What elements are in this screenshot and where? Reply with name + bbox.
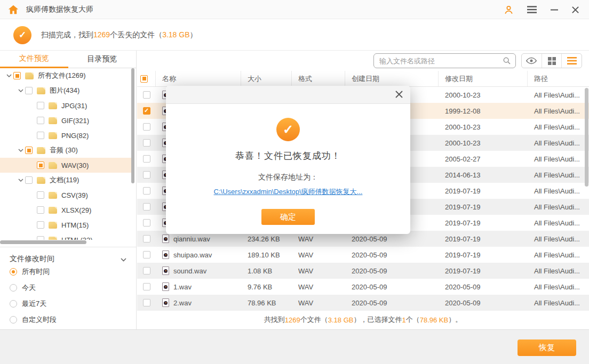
time-filter-option[interactable]: 最近7天 [10,296,126,312]
time-filter-option[interactable]: 所有时间 [10,264,126,280]
tree-item[interactable]: WAV(30) [0,158,131,173]
header-modified[interactable]: 修改日期 [439,71,528,86]
tree-item[interactable]: 所有文件(1269) [0,68,131,83]
time-filter-option[interactable]: 今天 [10,280,126,296]
row-checkbox[interactable] [143,251,150,258]
dialog-ok-button[interactable]: 确定 [261,209,315,225]
tree-item[interactable]: GIF(321) [0,113,131,128]
dialog-header [166,86,410,104]
row-checkbox[interactable] [143,235,150,242]
radio-button[interactable] [10,284,17,292]
row-checkbox[interactable] [143,107,150,115]
tree-checkbox[interactable] [25,176,33,184]
tree-item[interactable]: 图片(434) [0,83,131,98]
close-icon[interactable] [571,6,579,14]
header-name[interactable]: 名称 [156,71,241,86]
tree-checkbox[interactable] [37,236,44,240]
cell-name: shuipao.wav [173,251,212,259]
recover-button[interactable]: 恢复 [518,339,576,356]
expand-chevron-icon[interactable] [4,74,13,77]
cell-name: qianniu.wav [173,235,210,243]
table-row[interactable]: shuipao.wav189.10 KBWAV2020-05-092019-07… [137,247,589,263]
tree-checkbox[interactable] [13,72,21,79]
header-created[interactable]: 创建日期 [345,71,439,86]
row-checkbox[interactable] [143,123,150,131]
tree-horizontal-scrollbar[interactable] [0,240,86,244]
list-view-button[interactable] [561,54,582,68]
row-checkbox[interactable] [143,283,150,290]
search-icon[interactable] [503,56,511,65]
row-checkbox[interactable] [143,91,150,99]
tab-file-preview[interactable]: 文件预览 [0,51,68,68]
row-checkbox[interactable] [143,139,150,147]
tree-item[interactable]: 音频 (30) [0,143,131,158]
tree-item[interactable]: 文档(119) [0,173,131,188]
tab-directory-preview[interactable]: 目录预览 [68,51,137,68]
cell-modified: 2019-07-19 [439,187,528,195]
tree-item-label: JPG(31) [61,102,87,110]
search-input[interactable] [374,57,503,65]
expand-chevron-icon[interactable] [16,89,25,92]
tree-checkbox[interactable] [37,161,44,169]
folder-icon [49,132,57,139]
table-vertical-scrollbar[interactable] [585,88,588,187]
dialog-close-icon[interactable] [395,90,403,99]
tree-item-label: 音频 (30) [50,145,78,155]
cell-size: 1.08 KB [241,267,292,275]
menu-icon[interactable] [527,5,537,14]
radio-button[interactable] [10,316,17,323]
folder-icon [25,72,34,79]
cell-modified: 2019-07-19 [439,219,528,227]
tree-checkbox[interactable] [37,132,44,139]
expand-chevron-icon[interactable] [16,179,25,182]
radio-button[interactable] [10,268,17,276]
tree-item[interactable]: JPG(31) [0,98,131,113]
tree-checkbox[interactable] [37,221,44,229]
row-checkbox[interactable] [143,299,150,306]
tree-checkbox[interactable] [37,117,44,124]
expand-chevron-icon[interactable] [16,149,25,152]
tree-item[interactable]: XLSX(29) [0,203,131,217]
tree-checkbox[interactable] [37,102,44,109]
table-row[interactable]: 2.wav78.96 KBWAV2020-05-092020-05-09All … [137,295,589,311]
time-filter-option[interactable]: 自定义时段 [10,312,126,328]
header-path[interactable]: 路径 [528,71,589,86]
selection-status-text: 共找到1269个文件（3.18 GB），已选择文件1个（78.96 KB）。 [137,311,589,329]
radio-button[interactable] [10,300,17,308]
row-checkbox[interactable] [143,171,150,179]
header-size[interactable]: 大小 [241,71,292,86]
row-checkbox[interactable] [143,187,150,195]
save-location-link[interactable]: C:\Users\zxxadmin\Desktop\疯师傅数据恢复大... [214,187,363,197]
sidebar-tabs: 文件预览 目录预览 [0,51,136,68]
tree-checkbox[interactable] [25,87,33,94]
account-icon[interactable] [504,5,514,15]
view-toggle-group [521,53,582,68]
header-format[interactable]: 格式 [292,71,345,86]
tree-item[interactable]: CSV(39) [0,188,131,203]
row-checkbox[interactable] [143,219,150,227]
modified-time-filter: 文件修改时间 所有时间今天最近7天自定义时段 [0,247,136,329]
home-icon[interactable] [7,4,19,15]
tree-item[interactable]: HTM(15) [0,217,131,232]
row-checkbox[interactable] [143,267,150,274]
tree-item-label: 文档(119) [50,175,79,185]
table-row[interactable]: 1.wav9.76 KBWAV2020-05-092020-05-09All F… [137,279,589,295]
row-checkbox[interactable] [143,203,150,211]
tree-checkbox[interactable] [25,147,33,154]
row-checkbox[interactable] [143,155,150,163]
preview-eye-button[interactable] [522,54,542,68]
tree-item[interactable]: HTML(32) [0,232,131,240]
text-part: ） [190,30,197,39]
tree-vertical-scrollbar[interactable] [131,68,134,183]
search-box [373,53,516,68]
grid-view-button[interactable] [542,54,562,68]
tree-checkbox[interactable] [37,206,44,214]
tree-checkbox[interactable] [37,191,44,199]
tree-item[interactable]: PNG(82) [0,128,131,143]
chevron-down-icon[interactable] [121,255,126,263]
table-row[interactable]: sound.wav1.08 KBWAV2020-05-092019-07-19A… [137,263,589,279]
table-header: 名称 大小 格式 创建日期 修改日期 路径 [137,71,589,87]
minimize-icon[interactable] [550,5,559,14]
folder-icon [49,102,57,109]
select-all-checkbox[interactable] [140,75,148,83]
